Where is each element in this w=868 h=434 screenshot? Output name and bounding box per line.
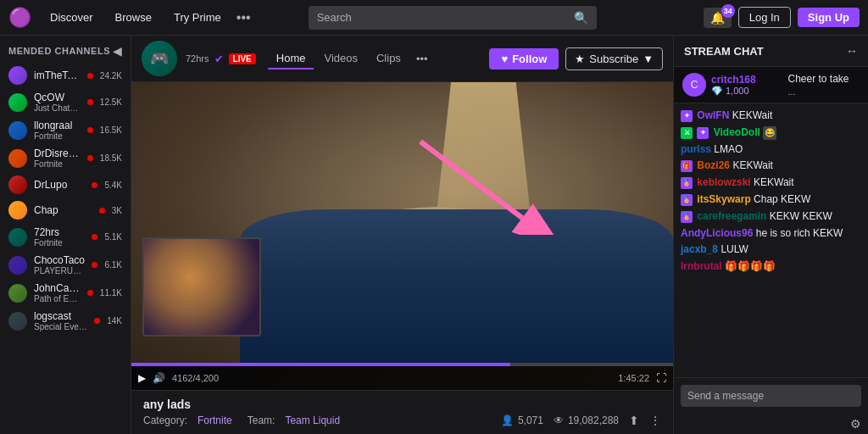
fullscreen-button[interactable]: ⛶ xyxy=(656,372,666,384)
sidebar-item-drdisrespect[interactable]: DrDisrespect Fortnite 18.5K xyxy=(0,144,131,172)
chat-message: ⚔ ✦ VideoDoll 😂 xyxy=(681,125,861,140)
sidebar-channel-game: Fortnite xyxy=(34,159,81,169)
subscriber-badge: 🏅 xyxy=(681,211,693,223)
chat-message-input[interactable] xyxy=(681,385,861,407)
chat-username[interactable]: jacxb_8 xyxy=(681,243,718,255)
viewer-count: 18.5K xyxy=(100,153,122,163)
verified-icon: ✔ xyxy=(214,53,224,65)
live-indicator xyxy=(87,73,93,79)
chat-messages-list: ✦ OwlFN KEKWait ⚔ ✦ VideoDoll 😂 purlss L… xyxy=(674,103,868,377)
subscriber-badge: ✦ xyxy=(681,110,693,122)
sidebar-channel-name: llongraal xyxy=(34,120,81,131)
sidebar-avatar xyxy=(8,93,27,112)
live-indicator xyxy=(99,208,105,214)
channel-nav-home[interactable]: Home xyxy=(268,48,314,70)
share-button[interactable]: ⬆ xyxy=(629,414,639,427)
chat-username[interactable]: purlss xyxy=(681,143,711,155)
subscribe-button[interactable]: ★ Subscribe ▼ xyxy=(565,47,663,70)
video-time-display: 1:45:22 xyxy=(618,373,649,383)
sidebar-item-logscast[interactable]: logscast Special Events 14K xyxy=(0,307,131,335)
chat-text: KEKW KEKW xyxy=(770,210,832,222)
live-indicator xyxy=(92,234,97,240)
login-button[interactable]: Log In xyxy=(738,7,791,28)
chat-text: KEKWait xyxy=(754,176,794,188)
sidebar-item-llongraal[interactable]: llongraal Fortnite 16.5K xyxy=(0,116,131,144)
viewer-count: 5.1K xyxy=(104,232,122,242)
video-container[interactable]: ▶ 🔊 4162/4,200 1:45:22 ⛶ xyxy=(131,82,673,390)
cheer-dots: ... xyxy=(788,86,796,97)
play-pause-button[interactable]: ▶ xyxy=(138,372,146,384)
chat-text: 🎁🎁🎁🎁 xyxy=(725,260,776,272)
chat-username[interactable]: carefreegamin xyxy=(697,210,766,222)
sidebar-item-chocotaco[interactable]: ChocoTaco PLAYERUNKNOWN'S... 6.1K xyxy=(0,251,131,279)
sidebar-item-johncarnage[interactable]: JohnCarnage Path of Exile 11.1K xyxy=(0,279,131,307)
signup-button[interactable]: Sign Up xyxy=(798,8,860,27)
team-prefix: Team: xyxy=(248,415,275,426)
sidebar-channel-name: Chap xyxy=(34,204,92,216)
stream-team[interactable]: Team Liquid xyxy=(285,415,340,426)
sidebar-item-chap[interactable]: Chap 3K xyxy=(0,198,131,223)
search-input[interactable] xyxy=(317,11,569,24)
chat-username[interactable]: VideoDoll xyxy=(714,126,760,138)
viewer-count: 24.2K xyxy=(100,71,122,81)
cheer-section: C critch168 💎 1,000 Cheer to take ... xyxy=(674,67,868,103)
viewer-count: 14K xyxy=(107,316,122,326)
follow-heart-icon: ♥ xyxy=(501,53,508,65)
chat-text: KEKWait xyxy=(732,109,773,121)
chat-username[interactable]: OwlFN xyxy=(697,109,729,121)
cheer-avatar: C xyxy=(682,73,706,97)
sidebar-avatar xyxy=(8,175,27,194)
moderator-badge: ⚔ xyxy=(681,127,693,139)
cheer-amount: 💎 1,000 xyxy=(711,86,783,97)
sidebar-collapse-button[interactable]: ◀ xyxy=(113,44,122,58)
sidebar-channel-game: Just Chatting xyxy=(34,103,81,113)
views-count: 19,082,288 xyxy=(568,415,619,426)
sidebar-title: MENDED CHANNELS xyxy=(8,46,110,56)
sidebar-avatar xyxy=(8,66,27,85)
twitch-logo[interactable]: 🟣 xyxy=(8,7,31,29)
viewer-count: 3K xyxy=(112,206,122,215)
category-prefix: Category: xyxy=(143,415,187,426)
sidebar-info: DrDisrespect Fortnite xyxy=(34,147,81,169)
chat-username[interactable]: AndyLicious96 xyxy=(681,227,753,239)
sidebar-channel-name: QcOW xyxy=(34,92,81,103)
chat-username[interactable]: lrnbrutal xyxy=(681,260,722,272)
stream-meta: Category: Fortnite Team: Team Liquid 👤 5… xyxy=(143,414,661,427)
volume-button[interactable]: 🔊 xyxy=(153,372,165,384)
nav-try-prime[interactable]: Try Prime xyxy=(167,11,228,24)
chat-username[interactable]: keblowzski xyxy=(697,176,750,188)
notifications-button[interactable]: 🔔 34 xyxy=(704,8,732,28)
channel-nav-more-icon[interactable]: ••• xyxy=(411,49,433,69)
sidebar-item-qcow[interactable]: QcOW Just Chatting 12.5K xyxy=(0,88,131,116)
live-indicator xyxy=(92,262,97,268)
chat-username[interactable]: Bozi26 xyxy=(697,159,730,171)
chat-message: AndyLicious96 he is so rich KEKW xyxy=(681,226,861,241)
nav-browse[interactable]: Browse xyxy=(108,11,159,24)
follow-button[interactable]: ♥ Follow xyxy=(489,48,559,70)
chat-collapse-icon[interactable]: ↔ xyxy=(846,44,858,58)
chat-panel: STREAM CHAT ↔ C critch168 💎 1,000 Cheer … xyxy=(673,36,868,434)
stream-more-button[interactable]: ⋮ xyxy=(649,414,661,427)
nav-discover[interactable]: Discover xyxy=(43,11,100,24)
sidebar-item-imthetatman[interactable]: imTheTatman 24.2K xyxy=(0,63,131,88)
chat-emote: 😂 xyxy=(763,126,776,140)
sidebar-avatar xyxy=(8,256,27,275)
sidebar-item-72hrs[interactable]: 72hrs Fortnite 5.1K xyxy=(0,223,131,251)
sidebar-item-drlupo[interactable]: DrLupo 5.4K xyxy=(0,172,131,198)
channel-nav-clips[interactable]: Clips xyxy=(368,48,409,70)
subscriber-badge: 🎁 xyxy=(681,160,693,172)
chat-message: 🏅 carefreegamin KEKW KEKW xyxy=(681,209,861,224)
live-indicator xyxy=(87,290,93,296)
stream-category[interactable]: Fortnite xyxy=(198,415,232,426)
channel-header: 🎮 72hrs ✔ LIVE Home Videos Clips ••• ♥ F… xyxy=(131,36,673,82)
sidebar-channel-game: Fortnite xyxy=(34,238,85,248)
nav-more-icon[interactable]: ••• xyxy=(236,10,251,25)
chat-username[interactable]: itsSkywarp xyxy=(697,193,750,205)
sidebar-channel-name: DrLupo xyxy=(34,179,85,191)
channel-nav-videos[interactable]: Videos xyxy=(315,48,366,70)
sidebar-info: ChocoTaco PLAYERUNKNOWN'S... xyxy=(34,254,85,275)
chat-settings-icon[interactable]: ⚙ xyxy=(850,417,861,431)
sidebar-channel-name: ChocoTaco xyxy=(34,254,85,266)
cheer-info: critch168 💎 1,000 xyxy=(711,74,783,97)
channel-avatar: 🎮 xyxy=(142,41,177,76)
